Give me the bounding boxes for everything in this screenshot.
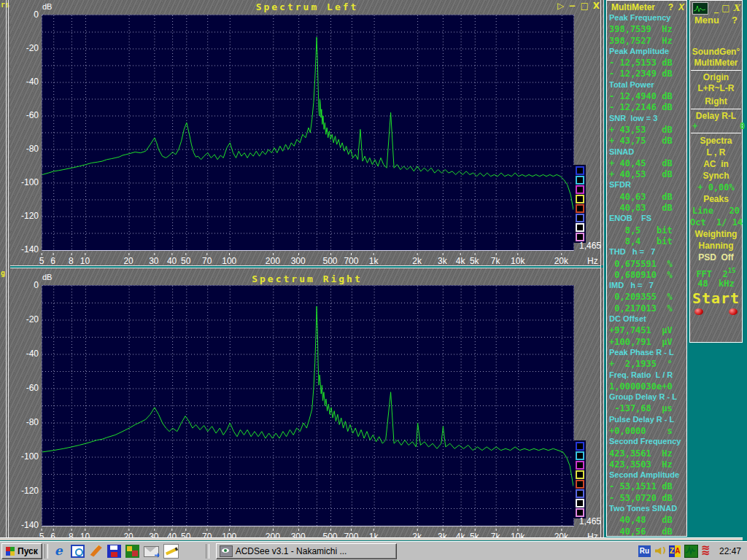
window-controls-left: ▷−□X — [553, 1, 600, 11]
y-tick-label: -120 — [11, 486, 39, 496]
trace-color-swatch[interactable] — [576, 185, 584, 194]
viewer-icon[interactable] — [71, 545, 85, 558]
menu-button[interactable]: Menu — [694, 15, 719, 26]
spectrum-right-window: Spectrum Right dB 0-20-40-60-80-100-120-… — [10, 268, 604, 537]
meter-value: + 40,53 dB — [607, 169, 686, 180]
volume-icon[interactable] — [654, 545, 666, 557]
play-icon[interactable]: ▷ — [557, 1, 564, 11]
trace-color-palette[interactable] — [573, 440, 586, 518]
meter-label: ENOB FS — [607, 214, 686, 225]
maximize-icon[interactable]: □ — [721, 3, 729, 13]
psd-toggle[interactable]: PSD Off — [690, 252, 742, 263]
octave-value[interactable]: Oct 1/ 14 — [690, 217, 742, 228]
frame-line — [600, 0, 601, 537]
start-button[interactable]: Start — [690, 289, 742, 307]
trace-color-swatch[interactable] — [576, 166, 584, 175]
meter-value: 40,48 dB — [607, 515, 686, 526]
trace-color-palette[interactable] — [573, 165, 586, 243]
meter-value: 398,7539 Hz — [607, 24, 686, 35]
windows-logo-icon — [6, 547, 15, 556]
spectra-button[interactable]: Spectra — [690, 135, 742, 147]
trace-color-swatch[interactable] — [576, 223, 584, 232]
task-button-acdsee[interactable]: ACDSee v3.1 - Nakamichi ... — [216, 543, 397, 559]
y-tick-label: -120 — [11, 211, 39, 221]
sample-rate-button[interactable]: 48 kHz — [690, 278, 742, 289]
keyboard-layout-ru-icon[interactable]: Ru — [638, 545, 651, 557]
mode-button[interactable]: L+R~L-R — [690, 83, 742, 94]
modem-icon[interactable]: ≈≈ — [701, 545, 713, 557]
x-tick-label: 3k — [438, 256, 447, 266]
meter-label: Peak Amplitude — [607, 47, 686, 58]
frame-line — [6, 0, 7, 537]
trace-color-swatch[interactable] — [576, 489, 584, 498]
x-tick-label: 30 — [149, 256, 158, 266]
trace-color-swatch[interactable] — [576, 195, 584, 203]
meter-value: +100,791 μV — [607, 337, 686, 348]
trace-color-swatch[interactable] — [576, 480, 584, 489]
y-tick-label: -80 — [11, 144, 39, 154]
x-tick-label: 70 — [202, 256, 212, 266]
meter-label: SINAD — [607, 147, 686, 158]
floppy-icon[interactable] — [107, 545, 121, 558]
app-titlebar: _ □ X — [690, 1, 742, 15]
window-bottom-edge — [0, 537, 743, 540]
zonealarm-icon[interactable]: ZA — [669, 545, 681, 557]
frame-line — [10, 268, 600, 268]
minimize-icon[interactable]: _ — [714, 3, 719, 13]
x-tick-label: 8 — [69, 256, 74, 266]
meter-label: SNR low = 3 — [607, 114, 686, 125]
minimize-icon[interactable]: − — [568, 1, 576, 11]
weighting-button[interactable]: Weighting — [690, 228, 742, 240]
meter-label: DC Offset — [607, 314, 686, 325]
channel-button[interactable]: Right — [690, 96, 742, 107]
spectrum-left-window: Spectrum Left ▷−□X dB 0-20-40-60-80-100-… — [10, 0, 604, 265]
soundgen-button[interactable]: SoundGen° — [690, 47, 742, 58]
maximize-icon[interactable]: □ — [580, 1, 588, 11]
close-icon[interactable]: X — [678, 2, 684, 12]
trace-color-swatch[interactable] — [576, 499, 584, 508]
meter-value: + 43,53 dB — [607, 125, 686, 136]
trace-color-swatch[interactable] — [576, 176, 584, 184]
trace-color-swatch[interactable] — [576, 214, 584, 222]
x-tick-label: 100 — [222, 256, 236, 266]
analyzer-tray-icon[interactable] — [684, 545, 698, 558]
meter-value: + 43,75 dB — [607, 136, 686, 147]
plot-title-right: Spectrum Right — [10, 273, 604, 284]
x-tick-label: 20 — [123, 256, 133, 266]
synch-percent-value: + 0,00% — [690, 182, 742, 193]
peaks-button[interactable]: Peaks — [690, 193, 742, 205]
ie-icon[interactable] — [53, 545, 66, 558]
paint-icon[interactable] — [89, 545, 103, 558]
x-tick-label: 2k — [412, 256, 422, 266]
trace-color-swatch[interactable] — [576, 442, 584, 451]
fft-size-button[interactable]: FFT 215 — [690, 263, 742, 278]
cursor-readout: 1,465 — [572, 516, 601, 526]
help-button[interactable]: ? — [732, 15, 738, 26]
origin-button[interactable]: Origin — [690, 72, 742, 83]
colors-icon[interactable] — [125, 545, 139, 558]
trace-color-swatch[interactable] — [576, 204, 584, 213]
meter-value: 40,63 dB — [607, 192, 686, 203]
spectrum-right-plot[interactable] — [42, 285, 574, 526]
spectrum-left-plot[interactable] — [42, 15, 574, 251]
delay-label[interactable]: Delay R-L — [690, 111, 742, 121]
synch-button[interactable]: Synch — [690, 170, 742, 182]
taskbar-separator — [44, 544, 48, 559]
start-menu-button[interactable]: Пуск — [1, 543, 42, 559]
spectra-channels[interactable]: L , R — [690, 147, 742, 158]
trace-color-swatch[interactable] — [576, 451, 584, 460]
ac-in-button[interactable]: AC in — [690, 158, 742, 170]
notes-icon[interactable] — [163, 544, 179, 559]
mail-icon[interactable] — [144, 546, 159, 557]
line-count-value[interactable]: Line 20 — [690, 205, 742, 217]
close-icon[interactable]: X — [733, 3, 740, 13]
multimeter-button[interactable]: MultiMeter — [690, 58, 742, 69]
trace-color-swatch[interactable] — [576, 470, 584, 479]
meter-label: IMD h = 7 — [607, 281, 686, 292]
window-function-button[interactable]: Hanning — [690, 240, 742, 252]
multimeter-title: MultiMeter — [611, 2, 668, 12]
close-icon[interactable]: X — [593, 1, 600, 11]
help-icon[interactable]: ? — [668, 2, 673, 12]
trace-color-swatch[interactable] — [576, 461, 584, 470]
meter-value: 1,0000030e+0 — [607, 381, 686, 392]
